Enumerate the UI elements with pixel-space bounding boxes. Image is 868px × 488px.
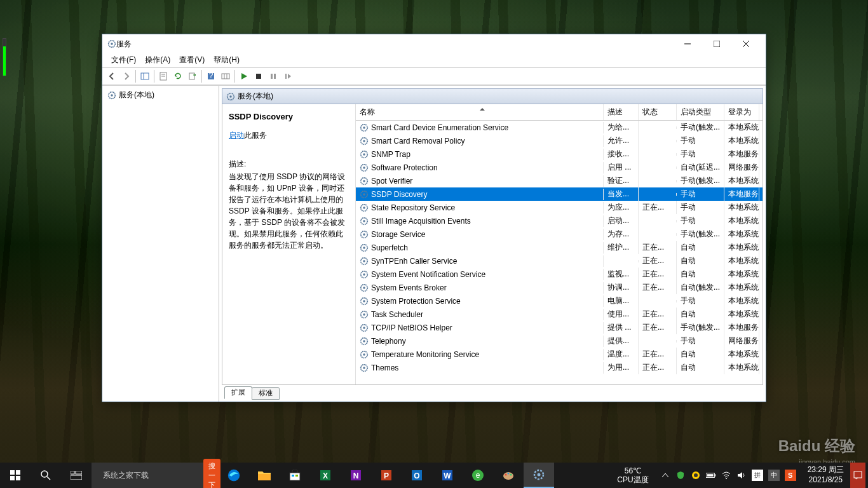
svg-point-62 — [363, 367, 365, 369]
taskbar-edge[interactable] — [219, 463, 249, 488]
col-status[interactable]: 状态 — [639, 104, 677, 120]
detail-pane: SSDP Discovery 启动此服务 描述: 当发现了使用 SSDP 协议的… — [222, 104, 356, 384]
svg-point-38 — [363, 207, 365, 209]
task-view-button[interactable] — [61, 463, 92, 488]
close-button[interactable] — [731, 34, 761, 53]
service-row[interactable]: Telephony提供...手动网络服务 — [356, 334, 763, 348]
export-button[interactable] — [186, 69, 200, 83]
tray-volume-icon[interactable] — [736, 470, 747, 480]
col-logon[interactable]: 登录为 — [724, 104, 759, 120]
service-row[interactable]: Superfetch维护...正在...自动本地系统 — [356, 241, 763, 254]
column-headers: 名称 描述 状态 启动类型 登录为 — [356, 104, 763, 121]
col-desc[interactable]: 描述 — [604, 104, 639, 120]
svg-point-97 — [694, 473, 698, 477]
taskbar-onenote[interactable]: N — [341, 463, 371, 488]
svg-point-56 — [363, 327, 365, 329]
columns-button[interactable] — [219, 69, 233, 83]
svg-point-93 — [510, 474, 512, 476]
service-row[interactable]: Task Scheduler使用...正在...自动本地系统 — [356, 308, 763, 321]
tray-ime2-icon[interactable]: 中 — [768, 470, 780, 481]
svg-point-30 — [363, 153, 365, 156]
search-icon-button[interactable] — [31, 463, 61, 488]
service-row[interactable]: Spot Verifier验证...手动(触发...本地系统 — [356, 174, 763, 187]
taskbar-360[interactable]: e — [463, 463, 493, 488]
service-row[interactable]: Temperature Monitoring Service温度...正在...… — [356, 348, 763, 361]
search-submit[interactable]: 搜一下 — [203, 459, 220, 489]
tray-ime-icon[interactable]: 拼 — [752, 470, 763, 481]
cpu-temp[interactable]: 56℃ CPU温度 — [612, 466, 653, 485]
taskbar: 搜一下 X N P O W e 56℃ CPU温度 拼 中 S 23:29 — [0, 463, 868, 488]
back-button[interactable] — [105, 69, 119, 83]
window-title: 服务 — [116, 39, 132, 50]
maximize-button[interactable] — [702, 34, 731, 53]
tab-extended[interactable]: 扩展 — [224, 386, 252, 399]
taskbar-powerpoint[interactable]: P — [371, 463, 402, 488]
svg-point-28 — [363, 140, 365, 142]
taskbar-explorer[interactable] — [249, 463, 280, 488]
menu-file[interactable]: 文件(F) — [107, 53, 140, 67]
gear-icon — [226, 92, 235, 101]
notification-button[interactable] — [850, 463, 865, 488]
svg-rect-70 — [76, 471, 82, 474]
service-row[interactable]: Storage Service为存...手动(触发...本地系统 — [356, 227, 763, 241]
service-list[interactable]: Smart Card Device Enumeration Service为给.… — [356, 121, 763, 384]
service-row[interactable]: TCP/IP NetBIOS Helper提供 ...正在...手动(触发...… — [356, 321, 763, 334]
search-input[interactable] — [103, 471, 198, 480]
svg-point-95 — [538, 473, 541, 477]
start-service-link[interactable]: 启动 — [229, 131, 244, 140]
system-tray[interactable]: 拼 中 S — [655, 470, 801, 481]
col-name[interactable]: 名称 — [356, 104, 604, 120]
taskbar-outlook[interactable]: O — [402, 463, 432, 488]
tray-chevron-up-icon[interactable] — [660, 470, 670, 480]
properties-button[interactable] — [156, 69, 170, 83]
service-row[interactable]: State Repository Service为应...正在...手动本地系统 — [356, 201, 763, 214]
svg-point-54 — [363, 313, 365, 316]
taskbar-store[interactable] — [280, 463, 310, 488]
stop-service-button[interactable] — [252, 69, 266, 83]
svg-rect-64 — [16, 470, 20, 475]
tab-standard[interactable]: 标准 — [252, 387, 280, 400]
service-row[interactable]: Themes为用...正在...自动本地系统 — [356, 361, 763, 374]
svg-line-68 — [47, 477, 50, 480]
tree-pane: 服务(本地) — [102, 86, 219, 402]
restart-service-button[interactable] — [281, 69, 295, 83]
refresh-button[interactable] — [171, 69, 185, 83]
show-hide-tree-button[interactable] — [138, 69, 152, 83]
service-row[interactable]: Smart Card Device Enumeration Service为给.… — [356, 121, 763, 134]
minimize-button[interactable] — [673, 34, 702, 53]
service-row[interactable]: Smart Card Removal Policy允许...手动本地系统 — [356, 134, 763, 147]
service-row[interactable]: Software Protection启用 ...自动(延迟...网络服务 — [356, 161, 763, 174]
tray-sogou-icon[interactable]: S — [785, 470, 796, 481]
service-row[interactable]: System Protection Service电脑...手动本地系统 — [356, 294, 763, 308]
taskbar-paint[interactable] — [493, 463, 524, 488]
service-row[interactable]: System Events Broker协调...正在...自动(触发...本地… — [356, 281, 763, 294]
service-row[interactable]: Still Image Acquisition Events启动...手动本地系… — [356, 214, 763, 227]
svg-rect-99 — [714, 474, 715, 477]
menu-help[interactable]: 帮助(H) — [210, 53, 243, 67]
svg-point-46 — [363, 260, 365, 262]
taskbar-clock[interactable]: 23:29 周三 2021/8/25 — [803, 465, 849, 485]
menu-view[interactable]: 查看(V) — [175, 53, 208, 67]
pause-service-button[interactable] — [266, 69, 280, 83]
tray-wifi-icon[interactable] — [721, 470, 731, 480]
start-service-button[interactable] — [237, 69, 251, 83]
service-row[interactable]: SynTPEnh Caller Service正在...自动本地系统 — [356, 254, 763, 268]
tree-item-services-local[interactable]: 服务(本地) — [105, 88, 216, 102]
titlebar[interactable]: 服务 — [102, 34, 766, 53]
col-start[interactable]: 启动类型 — [677, 104, 724, 120]
service-row[interactable]: SNMP Trap接收...手动本地服务 — [356, 147, 763, 161]
svg-point-42 — [363, 233, 365, 236]
taskbar-services[interactable] — [524, 463, 554, 488]
taskbar-excel[interactable]: X — [310, 463, 341, 488]
forward-button[interactable] — [119, 69, 133, 83]
tray-battery-icon[interactable] — [706, 470, 716, 480]
help-button[interactable]: ? — [204, 69, 218, 83]
tray-power-icon[interactable] — [691, 470, 701, 480]
start-button[interactable] — [0, 463, 31, 488]
service-row[interactable]: SSDP Discovery当发...手动本地服务 — [356, 187, 763, 201]
menu-action[interactable]: 操作(A) — [141, 53, 174, 67]
tray-shield-icon[interactable] — [675, 470, 686, 480]
service-row[interactable]: System Event Notification Service监视...正在… — [356, 268, 763, 281]
taskbar-word[interactable]: W — [432, 463, 463, 488]
taskbar-searchbox[interactable]: 搜一下 — [92, 463, 219, 488]
